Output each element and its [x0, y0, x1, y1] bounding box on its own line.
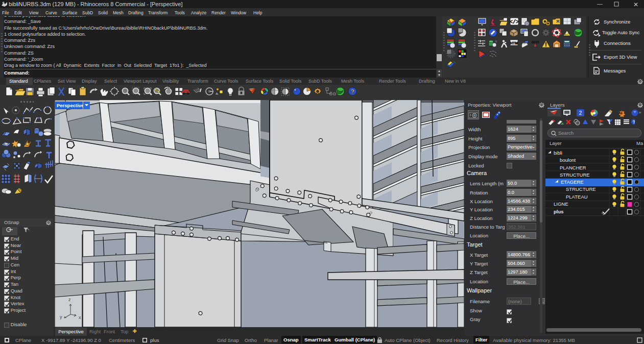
- svg-text:Perspective: Perspective: [57, 103, 84, 108]
- svg-text:boulont: boulont: [560, 157, 576, 163]
- svg-text:?: ?: [633, 119, 635, 125]
- svg-text:PLATEAU: PLATEAU: [566, 194, 588, 200]
- svg-text:!: !: [545, 42, 546, 47]
- svg-text:ETAGERE: ETAGERE: [561, 179, 584, 185]
- svg-text:x: x: [79, 315, 81, 320]
- svg-text:STRUCTURE: STRUCTURE: [566, 186, 596, 192]
- svg-text:PLANCHER: PLANCHER: [560, 165, 586, 170]
- svg-text:z: z: [68, 297, 71, 302]
- svg-text:GHS: GHS: [531, 40, 539, 44]
- svg-text:</>: </>: [510, 19, 519, 25]
- svg-text:plus: plus: [554, 209, 564, 214]
- svg-text:?: ?: [350, 88, 354, 95]
- svg-text:2: 2: [579, 110, 582, 116]
- svg-text:bibli: bibli: [554, 150, 562, 156]
- svg-text:LIGNE: LIGNE: [554, 201, 568, 207]
- svg-text:y: y: [60, 314, 62, 320]
- svg-text:HTM: HTM: [510, 41, 518, 45]
- svg-text:STRUCTURE: STRUCTURE: [560, 172, 590, 178]
